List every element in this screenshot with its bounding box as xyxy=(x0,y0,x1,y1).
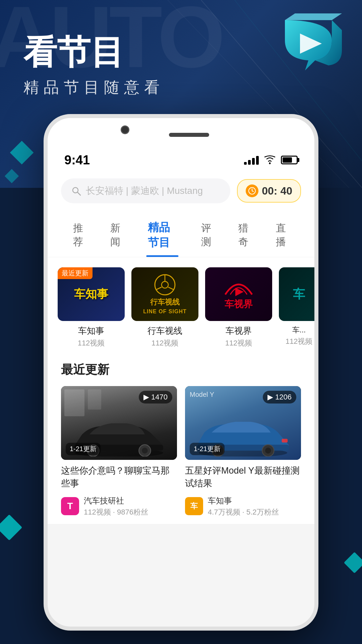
signal-bars-icon xyxy=(244,155,259,165)
show-logo-hcx: 行车视线LINE OF SIGHT xyxy=(143,273,186,316)
show-count-hcx: 112视频 xyxy=(131,338,198,348)
tab-shows[interactable]: 精品节目 xyxy=(136,213,189,257)
status-bar: 9:41 xyxy=(48,148,314,172)
video-date-bmw: 1-21更新 xyxy=(66,443,101,455)
phone-top-notch xyxy=(48,118,314,148)
search-placeholder: 长安福特 | 蒙迪欧 | Mustang xyxy=(86,184,203,197)
show-thumb-hcx: 行车视线LINE OF SIGHT xyxy=(131,267,198,321)
search-icon xyxy=(71,186,81,196)
tab-odd[interactable]: 猎奇 xyxy=(226,215,263,256)
deco-diamond-side-right xyxy=(344,552,362,574)
show-card-csj[interactable]: 车视界 车视界 112视频 xyxy=(205,267,272,348)
video-title-bmw: 这些你介意吗？聊聊宝马那些事 xyxy=(61,465,177,490)
tab-news[interactable]: 新闻 xyxy=(98,215,135,256)
video-view-count-bmw: ▶ 1470 xyxy=(139,391,172,404)
shows-grid: 最近更新 车知事 车知事 112视频 xyxy=(48,257,314,348)
svg-rect-28 xyxy=(282,439,288,442)
hero-title: 看节目 xyxy=(23,34,124,70)
video-thumb-tesla: Model Y xyxy=(185,386,301,460)
recent-section: 最近更新 xyxy=(48,348,314,524)
show-logo-car4: 车 xyxy=(293,286,305,303)
clock-icon xyxy=(248,187,256,195)
signal-bar-2 xyxy=(248,160,251,165)
phone-speaker xyxy=(169,133,209,137)
video-thumb-bmw: ▶ 1470 1-21更新 xyxy=(61,386,177,460)
recent-badge: 最近更新 xyxy=(58,267,93,279)
search-bar: 长安福特 | 蒙迪欧 | Mustang 00: 40 xyxy=(48,172,314,210)
videos-grid: ▶ 1470 1-21更新 这些你介意吗？聊聊宝马那些事 T 汽车技研社 112… xyxy=(61,386,301,517)
tab-live[interactable]: 直播 xyxy=(264,215,301,256)
show-thumb-czs: 最近更新 车知事 xyxy=(58,267,125,321)
tab-review[interactable]: 评测 xyxy=(189,215,226,256)
hero-subtitle: 精品节目随意看 xyxy=(23,77,164,98)
author-avatar-tesla: 车 xyxy=(185,497,203,515)
svg-line-13 xyxy=(156,287,162,290)
svg-line-14 xyxy=(168,287,174,290)
show-count-czs: 112视频 xyxy=(58,338,125,348)
video-card-bmw[interactable]: ▶ 1470 1-21更新 这些你介意吗？聊聊宝马那些事 T 汽车技研社 112… xyxy=(61,386,177,517)
author-row-tesla: 车 车知事 4.7万视频 · 5.2万粉丝 xyxy=(185,495,301,517)
signal-bar-1 xyxy=(244,162,247,165)
show-card-hcx[interactable]: 行车视线LINE OF SIGHT 行车视线 112视频 xyxy=(131,267,198,348)
author-meta-tesla: 4.7万视频 · 5.2万粉丝 xyxy=(208,507,301,517)
author-info-tesla: 车知事 4.7万视频 · 5.2万粉丝 xyxy=(208,495,301,517)
svg-point-4 xyxy=(269,163,271,164)
signal-bar-3 xyxy=(252,158,255,165)
show-name-czs: 车知事 xyxy=(58,325,125,337)
svg-line-6 xyxy=(77,192,80,195)
author-row-bmw: T 汽车技研社 112视频 · 9876粉丝 xyxy=(61,495,177,517)
show-thumb-csj: 车视界 xyxy=(205,267,272,321)
show-logo-csj: 车视界 xyxy=(222,278,255,311)
timer-badge[interactable]: 00: 40 xyxy=(237,179,301,203)
signal-bar-4 xyxy=(256,156,259,165)
status-icons xyxy=(244,155,298,165)
author-meta-bmw: 112视频 · 9876粉丝 xyxy=(84,507,177,517)
author-name-tesla: 车知事 xyxy=(208,495,301,506)
battery-icon xyxy=(281,156,298,164)
show-count-csj: 112视频 xyxy=(205,338,272,348)
author-avatar-bmw: T xyxy=(61,497,79,515)
timer-icon xyxy=(246,184,258,197)
svg-point-11 xyxy=(162,281,168,288)
deco-diamond-side-left xyxy=(0,515,22,541)
svg-point-21 xyxy=(142,448,148,454)
timer-text: 00: 40 xyxy=(262,185,292,197)
show-card-car4[interactable]: 车 车... 112视频 xyxy=(279,267,314,348)
steering-wheel-icon xyxy=(153,273,177,297)
video-card-tesla[interactable]: Model Y xyxy=(185,386,301,517)
svg-point-27 xyxy=(265,448,271,454)
phone-mockup: 9:41 xyxy=(44,114,318,631)
show-card-czs[interactable]: 最近更新 车知事 车知事 112视频 xyxy=(58,267,125,348)
show-name-hcx: 行车视线 xyxy=(131,325,198,337)
svg-line-9 xyxy=(252,191,253,192)
csj-logo-svg xyxy=(222,278,255,298)
wifi-icon xyxy=(264,155,276,165)
status-time: 9:41 xyxy=(64,153,90,167)
hero-icon xyxy=(275,13,342,80)
model-y-label: Model Y xyxy=(190,391,214,398)
tab-recommend[interactable]: 推荐 xyxy=(61,215,98,256)
nav-tabs: 推荐 新闻 精品节目 评测 猎奇 直播 xyxy=(48,210,314,257)
video-date-tesla: 1-21更新 xyxy=(190,443,225,455)
building-deco2 xyxy=(88,389,101,410)
video-view-count-tesla: ▶ 1206 xyxy=(263,391,296,404)
show-count-car4: 112视频 xyxy=(279,336,314,346)
video-title-tesla: 五星好评Model Y最新碰撞测试结果 xyxy=(185,465,301,490)
show-thumb-car4: 车 xyxy=(279,267,314,321)
show-name-csj: 车视界 xyxy=(205,325,272,337)
recent-section-title: 最近更新 xyxy=(61,362,301,378)
avatar-label: 车 xyxy=(190,501,198,511)
app-content: 长安福特 | 蒙迪欧 | Mustang 00: 40 推荐 新闻 xyxy=(48,172,314,524)
show-name-car4: 车... xyxy=(279,325,314,335)
show-logo-czs: 车知事 xyxy=(71,283,112,305)
author-name-bmw: 汽车技研社 xyxy=(84,495,177,506)
phone-camera xyxy=(121,125,129,134)
search-input-wrap[interactable]: 长安福特 | 蒙迪欧 | Mustang xyxy=(61,178,230,203)
author-info-bmw: 汽车技研社 112视频 · 9876粉丝 xyxy=(84,495,177,517)
